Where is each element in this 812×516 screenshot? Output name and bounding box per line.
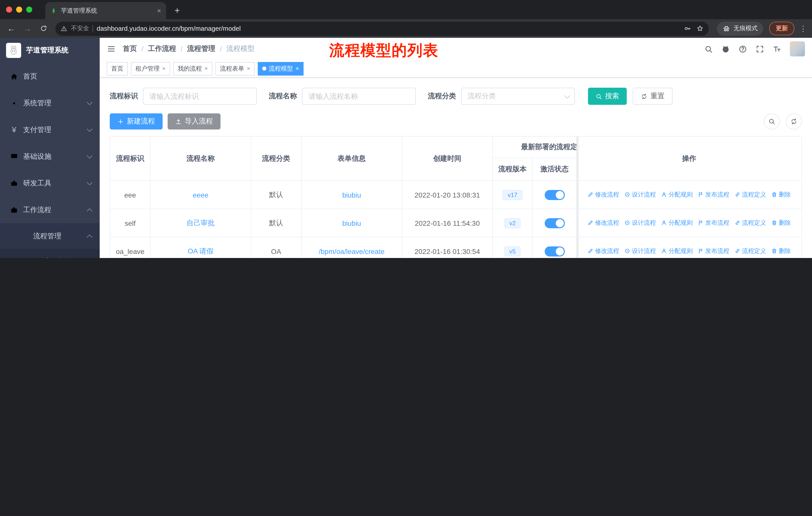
form-info-link[interactable]: biubiu <box>342 191 361 199</box>
delete-link[interactable]: 删除 <box>771 247 791 255</box>
publish-process-link[interactable]: 发布流程 <box>698 247 729 255</box>
version-badge[interactable]: v2 <box>504 218 521 228</box>
new-tab-button[interactable]: + <box>170 3 184 18</box>
search-button[interactable]: 搜索 <box>588 88 627 105</box>
trash-icon <box>771 220 777 226</box>
close-icon[interactable]: × <box>247 65 250 72</box>
form-info-link[interactable]: biubiu <box>342 219 361 227</box>
process-name-link[interactable]: eeee <box>193 191 208 199</box>
filter-bar: 流程标识 流程名称 流程分类 流程分类 搜索 <box>110 88 802 105</box>
active-toggle[interactable] <box>545 246 564 256</box>
design-icon <box>624 192 630 198</box>
tag-home[interactable]: 首页 <box>107 62 128 75</box>
chevron-down-icon <box>564 93 570 99</box>
process-definition-link[interactable]: 流程定义 <box>734 247 766 255</box>
process-name-link[interactable]: 自己审批 <box>186 218 215 226</box>
breadcrumb-home[interactable]: 首页 <box>123 44 137 53</box>
version-badge[interactable]: v17 <box>503 190 523 200</box>
assign-rules-link[interactable]: 分配规则 <box>661 247 693 255</box>
process-name-input[interactable] <box>302 88 416 105</box>
home-icon <box>10 72 18 80</box>
col-header-key: 流程标识 <box>110 136 150 181</box>
browser-toolbar: ← → 不安全 dashboard.yudao.iocoder.cn/bpm/m… <box>0 19 812 38</box>
url-text: dashboard.yudao.iocoder.cn/bpm/manager/m… <box>97 25 241 32</box>
refresh-table-button[interactable] <box>786 113 802 130</box>
breadcrumb-workflow[interactable]: 工作流程 <box>148 44 176 53</box>
design-process-link[interactable]: 设计流程 <box>624 219 656 227</box>
form-info-link[interactable]: /bpm/oa/leave/create <box>319 247 385 255</box>
search-icon[interactable] <box>704 45 713 53</box>
help-icon[interactable] <box>738 45 747 53</box>
design-process-link[interactable]: 设计流程 <box>624 247 656 255</box>
password-key-icon[interactable] <box>684 25 691 32</box>
zoom-window-button[interactable] <box>26 6 32 12</box>
sidebar: 芋道管理系统 首页 系统管理 ¥ 支付管理 基础设施 研发工具 <box>0 38 100 258</box>
omnibox-divider <box>93 25 93 32</box>
process-name-link[interactable]: OA 请假 <box>188 247 214 255</box>
version-badge[interactable]: v5 <box>504 246 521 256</box>
tag-tenant[interactable]: 租户管理× <box>131 62 170 75</box>
process-definition-link[interactable]: 流程定义 <box>734 190 766 199</box>
process-model-table: 流程标识 流程名称 流程分类 表单信息 创建时间 最新部署的流程定义 操作 流程… <box>110 136 802 258</box>
forward-button[interactable]: → <box>20 21 34 35</box>
import-process-button[interactable]: 导入流程 <box>168 113 221 130</box>
close-icon[interactable]: × <box>162 65 166 72</box>
sidebar-item-workflow[interactable]: 工作流程 <box>0 196 100 223</box>
close-icon[interactable]: × <box>204 65 208 72</box>
flow-list-icon <box>20 232 28 240</box>
close-icon[interactable]: × <box>295 65 299 72</box>
process-key-input[interactable] <box>143 88 257 105</box>
design-icon <box>624 248 630 254</box>
tag-process-model[interactable]: 流程模型× <box>258 62 303 75</box>
upload-icon <box>175 118 182 125</box>
collapse-sidebar-icon[interactable] <box>107 44 116 53</box>
edit-process-link[interactable]: 修改流程 <box>587 190 619 199</box>
publish-process-link[interactable]: 发布流程 <box>698 190 729 199</box>
delete-link[interactable]: 删除 <box>771 190 791 199</box>
browser-menu-icon[interactable]: ⋮ <box>800 24 807 33</box>
delete-link[interactable]: 删除 <box>771 219 791 227</box>
user-icon <box>661 248 667 254</box>
address-bar[interactable]: 不安全 dashboard.yudao.iocoder.cn/bpm/manag… <box>55 21 709 35</box>
reload-button[interactable] <box>36 21 50 35</box>
active-toggle[interactable] <box>545 190 564 200</box>
close-window-button[interactable] <box>6 6 12 12</box>
font-size-icon[interactable] <box>773 45 781 53</box>
sidebar-item-infrastructure[interactable]: 基础设施 <box>0 143 100 170</box>
browser-update-button[interactable]: 更新 <box>769 22 794 35</box>
sidebar-item-payment[interactable]: ¥ 支付管理 <box>0 116 100 143</box>
github-icon[interactable] <box>721 45 730 53</box>
publish-icon <box>698 220 704 226</box>
assign-rules-link[interactable]: 分配规则 <box>661 219 693 227</box>
breadcrumb-process-management[interactable]: 流程管理 <box>187 44 215 53</box>
sidebar-item-process-management[interactable]: 流程管理 <box>0 223 100 249</box>
reset-button[interactable]: 重置 <box>633 88 672 105</box>
bookmark-star-icon[interactable] <box>696 25 704 32</box>
security-label: 不安全 <box>71 24 89 33</box>
process-definition-link[interactable]: 流程定义 <box>734 219 766 227</box>
active-toggle[interactable] <box>545 218 564 228</box>
design-process-link[interactable]: 设计流程 <box>624 190 656 199</box>
sidebar-item-system[interactable]: 系统管理 <box>0 90 100 116</box>
create-process-button[interactable]: 新建流程 <box>110 113 163 130</box>
chevron-down-icon <box>87 153 93 159</box>
publish-process-link[interactable]: 发布流程 <box>698 219 729 227</box>
back-button[interactable]: ← <box>4 21 18 35</box>
fullscreen-icon[interactable] <box>756 45 764 53</box>
assign-rules-link[interactable]: 分配规则 <box>661 190 693 199</box>
edit-process-link[interactable]: 修改流程 <box>587 219 619 227</box>
minimize-window-button[interactable] <box>16 6 22 12</box>
tag-process-form[interactable]: 流程表单× <box>215 62 255 75</box>
browser-tab[interactable]: 芋道管理系统 × <box>45 2 166 19</box>
user-avatar[interactable] <box>790 41 805 56</box>
toggle-search-button[interactable] <box>764 113 780 130</box>
sidebar-item-devtools[interactable]: 研发工具 <box>0 170 100 196</box>
category-select[interactable]: 流程分类 <box>461 88 575 105</box>
edit-process-link[interactable]: 修改流程 <box>587 247 619 255</box>
sidebar-item-process-form[interactable]: 流程表单 <box>0 249 100 258</box>
tab-close-icon[interactable]: × <box>157 6 161 15</box>
navbar-actions <box>704 41 805 56</box>
sidebar-item-home[interactable]: 首页 <box>0 63 100 90</box>
tag-my-process[interactable]: 我的流程× <box>173 62 212 75</box>
yen-icon: ¥ <box>10 125 18 134</box>
